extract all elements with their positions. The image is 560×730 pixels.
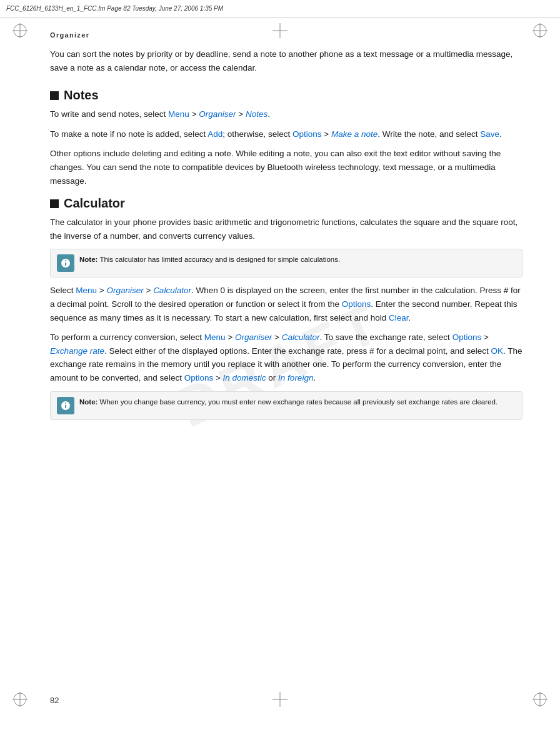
intro-paragraph: You can sort the notes by priority or by… bbox=[50, 48, 522, 74]
notes-para1-organiser: Organiser bbox=[199, 109, 236, 119]
notes-para2-end: . bbox=[499, 129, 502, 139]
notes-para1-notes: Notes bbox=[246, 109, 268, 119]
calculator-para1: The calculator in your phone provides ba… bbox=[50, 216, 522, 242]
note-text-1: Note: This calculator has limited accura… bbox=[79, 254, 340, 265]
calculator-para2: Select Menu > Organiser > Calculator. Wh… bbox=[50, 284, 522, 324]
section-label: Organizer bbox=[50, 31, 522, 39]
header-bar: FCC_6126H_6133H_en_1_FCC.fm Page 82 Tues… bbox=[0, 0, 560, 18]
notes-para2-options: Options bbox=[292, 129, 322, 139]
notes-para2-sep: > bbox=[322, 129, 331, 139]
corner-mark-br bbox=[531, 691, 549, 708]
note-label-2: Note: bbox=[79, 398, 98, 406]
note-box-2: Note: When you change base currency, you… bbox=[50, 391, 522, 420]
notes-para2: To make a note if no note is added, sele… bbox=[50, 128, 522, 141]
corner-mark-tr bbox=[531, 22, 549, 39]
notes-para1: To write and send notes, select Menu > O… bbox=[50, 108, 522, 121]
note-text-2: Note: When you change base currency, you… bbox=[79, 397, 498, 408]
calculator-para3: To perform a currency conversion, select… bbox=[50, 331, 522, 384]
notes-heading-text: Notes bbox=[64, 88, 99, 102]
notes-para2-save: Save bbox=[480, 129, 499, 139]
corner-mark-bm bbox=[271, 691, 289, 708]
header-text: FCC_6126H_6133H_en_1_FCC.fm Page 82 Tues… bbox=[6, 5, 223, 12]
notes-para1-menu: Menu bbox=[168, 109, 189, 119]
notes-para1-prefix: To write and send notes, select bbox=[50, 109, 168, 119]
notes-para2-prefix: To make a note if no note is added, sele… bbox=[50, 129, 208, 139]
calculator-square-icon bbox=[50, 199, 59, 208]
main-content: Organizer You can sort the notes by prio… bbox=[50, 31, 522, 692]
notes-para1-sep1: > bbox=[189, 109, 199, 119]
calculator-heading-text: Calculator bbox=[64, 196, 125, 211]
page-number: 82 bbox=[50, 696, 59, 705]
corner-mark-bl bbox=[11, 691, 29, 708]
notes-para2-suffix: . Write the note, and select bbox=[378, 129, 480, 139]
note-icon-1 bbox=[57, 254, 74, 272]
corner-mark-tl bbox=[11, 22, 29, 39]
note-label-1: Note: bbox=[79, 256, 98, 263]
note-icon-2 bbox=[57, 397, 74, 414]
calculator-section-heading: Calculator bbox=[50, 196, 522, 211]
notes-para1-sep2: > bbox=[236, 109, 246, 119]
notes-square-icon bbox=[50, 91, 59, 100]
notes-para2-make: Make a note bbox=[331, 129, 378, 139]
notes-para2-add: Add bbox=[208, 129, 222, 139]
notes-para3: Other options include deleting and editi… bbox=[50, 147, 522, 188]
notes-para2-mid: ; otherwise, select bbox=[222, 129, 292, 139]
notes-para1-suffix: . bbox=[268, 109, 270, 119]
note-box-1: Note: This calculator has limited accura… bbox=[50, 249, 522, 278]
notes-section-heading: Notes bbox=[50, 88, 522, 102]
